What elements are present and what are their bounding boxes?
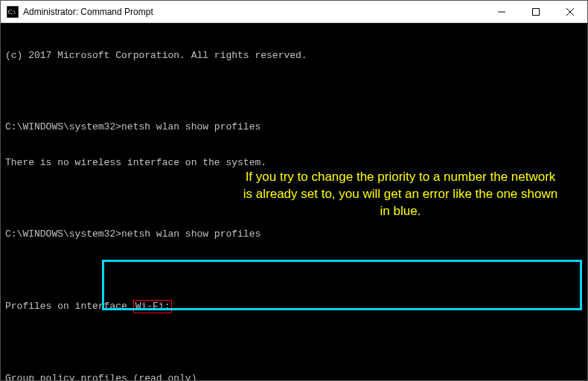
output-line: There is no wireless interface on the sy… (5, 157, 583, 169)
window-title: Administrator: Command Prompt (23, 7, 153, 17)
maximize-button[interactable] (519, 1, 553, 22)
minimize-button[interactable] (485, 1, 519, 22)
explanation-annotation: If you try to change the priority to a n… (240, 169, 560, 220)
prompt: C:\WINDOWS\system32> (5, 121, 121, 132)
command: netsh wlan show profiles (121, 121, 261, 132)
terminal-output[interactable]: (c) 2017 Microsoft Corporation. All righ… (1, 23, 587, 380)
command: netsh wlan show profiles (121, 228, 261, 240)
profiles-header-prefix: Profiles on interface (5, 301, 133, 312)
command-prompt-window: C:\ Administrator: Command Prompt (c) 20… (0, 0, 588, 381)
svg-rect-3 (533, 8, 540, 15)
copyright-line: (c) 2017 Microsoft Corporation. All righ… (5, 50, 583, 62)
interface-name-highlight: Wi-Fi: (133, 300, 173, 313)
cmd-icon: C:\ (7, 6, 19, 18)
svg-text:C:\: C:\ (8, 9, 16, 16)
close-button[interactable] (553, 1, 587, 22)
group-policy-header: Group policy profiles (read only) (5, 373, 583, 380)
titlebar[interactable]: C:\ Administrator: Command Prompt (1, 1, 587, 23)
prompt: C:\WINDOWS\system32> (5, 228, 121, 240)
window-controls (485, 1, 587, 22)
